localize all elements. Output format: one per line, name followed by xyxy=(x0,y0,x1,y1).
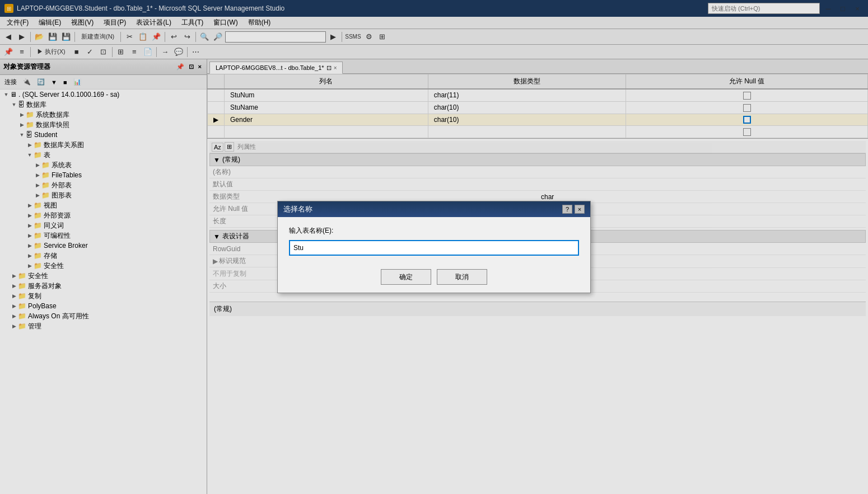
select-name-dialog: 选择名称 ? × 输入表名称(E): 确定 取消 xyxy=(277,201,591,293)
dialog-close-btn[interactable]: × xyxy=(575,205,585,214)
dialog-title-btns[interactable]: ? × xyxy=(562,205,585,214)
dialog-title: 选择名称 xyxy=(283,204,312,214)
dialog-overlay: 选择名称 ? × 输入表名称(E): 确定 取消 xyxy=(0,0,868,494)
dialog-body: 输入表名称(E): xyxy=(278,217,590,265)
dialog-footer: 确定 取消 xyxy=(278,265,590,293)
dialog-title-bar: 选择名称 ? × xyxy=(278,201,590,217)
dialog-table-name-input[interactable] xyxy=(289,240,579,256)
dialog-cancel-btn[interactable]: 取消 xyxy=(437,269,487,285)
dialog-help-btn[interactable]: ? xyxy=(562,205,572,214)
dialog-confirm-btn[interactable]: 确定 xyxy=(381,269,431,285)
dialog-input-label: 输入表名称(E): xyxy=(289,226,579,236)
